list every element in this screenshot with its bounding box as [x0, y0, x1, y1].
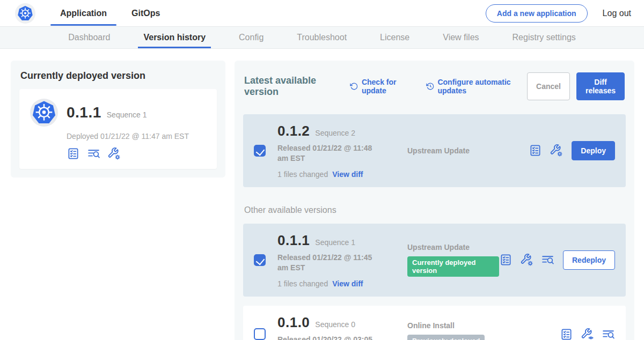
sequence-label: Sequence 0 [315, 320, 355, 329]
check-for-update-link[interactable]: Check for update [350, 78, 414, 95]
version-source-label: Upstream Update [407, 146, 529, 155]
files-changed-row: 1 files changedView diff [277, 279, 407, 288]
app-kubernetes-icon [30, 99, 58, 127]
kubernetes-logo-icon [15, 3, 35, 24]
subnav-tab-dashboard[interactable]: Dashboard [67, 27, 111, 48]
version-row: 0.1.0 Sequence 0 Released 01/20/22 @ 03:… [243, 306, 626, 340]
wrench-gear-icon[interactable] [550, 144, 563, 157]
cancel-button[interactable]: Cancel [527, 72, 570, 100]
subnav-tab-config[interactable]: Config [238, 27, 265, 48]
check-for-update-label: Check for update [362, 78, 414, 95]
tab-gitops[interactable]: GitOps [125, 1, 166, 25]
latest-available-title: Latest available version [244, 75, 338, 98]
version-number: 0.1.1 [277, 232, 310, 249]
deploy-status-badge: Currently deployed version [407, 256, 499, 277]
released-timestamp: Released 01/21/22 @ 11:45 am EST [277, 253, 378, 273]
diff-releases-button[interactable]: Diff releases [576, 72, 625, 100]
top-navbar: Application GitOps Add a new application… [0, 0, 644, 27]
view-files-icon[interactable] [541, 253, 554, 267]
other-available-versions-title: Other available versions [244, 205, 625, 215]
deployed-timestamp: Deployed 01/21/22 @ 11:47 am EST [67, 132, 206, 141]
version-select-checkbox[interactable] [254, 254, 266, 266]
version-row: 0.1.2 Sequence 2 Released 01/21/22 @ 11:… [243, 114, 626, 187]
version-number: 0.1.0 [277, 314, 310, 331]
view-files-icon[interactable] [87, 147, 100, 160]
deploy-action-button[interactable]: Deploy [572, 141, 615, 160]
view-files-icon[interactable] [602, 328, 615, 340]
checklist-icon[interactable] [560, 328, 573, 340]
released-timestamp: Released 01/20/22 @ 03:05 pm EST [277, 335, 378, 340]
version-number: 0.1.2 [277, 123, 310, 139]
deploy-status-badge: Previously deployed [407, 335, 485, 340]
view-diff-link[interactable]: View diff [332, 170, 363, 179]
version-select-checkbox[interactable] [254, 145, 266, 157]
released-timestamp: Released 01/21/22 @ 11:48 am EST [277, 143, 378, 164]
sequence-label: Sequence 2 [315, 129, 355, 137]
files-changed-label: 1 files changed [277, 279, 328, 288]
version-select-checkbox[interactable] [254, 328, 266, 340]
deployed-sequence-label: Sequence 1 [107, 110, 147, 119]
checklist-icon[interactable] [529, 144, 542, 157]
version-row-icons [560, 328, 615, 340]
version-source-label: Upstream Update [407, 243, 499, 252]
deploy-action-button[interactable]: Redeploy [563, 250, 615, 270]
tab-application[interactable]: Application [54, 1, 113, 25]
currently-deployed-panel: Currently deployed version 0.1.1 Sequenc… [11, 61, 225, 178]
wrench-gear-icon[interactable] [520, 253, 533, 267]
logout-button[interactable]: Log out [603, 9, 631, 18]
wrench-eye-icon[interactable] [581, 328, 594, 340]
wrench-gear-icon[interactable] [107, 147, 121, 160]
files-changed-label: 1 files changed [277, 170, 328, 179]
deployed-version-number: 0.1.1 [67, 104, 101, 121]
currently-deployed-title: Currently deployed version [20, 70, 216, 82]
version-row-icons [529, 144, 563, 157]
configure-automatic-updates-link[interactable]: Configure automatic updates [426, 78, 527, 95]
version-row-icons [499, 253, 554, 267]
deployed-version-card: 0.1.1 Sequence 1 Deployed 01/21/22 @ 11:… [19, 89, 217, 169]
subnav-tab-license[interactable]: License [379, 27, 411, 48]
refresh-icon [350, 82, 358, 91]
sequence-label: Sequence 1 [315, 238, 355, 247]
checklist-icon[interactable] [67, 147, 80, 160]
subnav-tab-version-history[interactable]: Version history [142, 27, 207, 48]
version-source-label: Online Install [407, 321, 560, 330]
subnav-tab-registry-settings[interactable]: Registry settings [511, 27, 577, 48]
subnav-tab-troubleshoot[interactable]: Troubleshoot [296, 27, 348, 48]
version-row: 0.1.1 Sequence 1 Released 01/21/22 @ 11:… [243, 224, 626, 297]
clock-refresh-icon [426, 82, 434, 91]
add-new-application-button[interactable]: Add a new application [486, 4, 588, 23]
view-diff-link[interactable]: View diff [332, 279, 363, 288]
configure-automatic-updates-label: Configure automatic updates [437, 78, 527, 95]
subnav-tab-view-files[interactable]: View files [442, 27, 480, 48]
app-subnav: DashboardVersion historyConfigTroublesho… [0, 27, 644, 49]
checklist-icon[interactable] [499, 253, 513, 267]
files-changed-row: 1 files changedView diff [277, 170, 407, 179]
version-history-panel: Latest available version Check for updat… [235, 61, 634, 340]
